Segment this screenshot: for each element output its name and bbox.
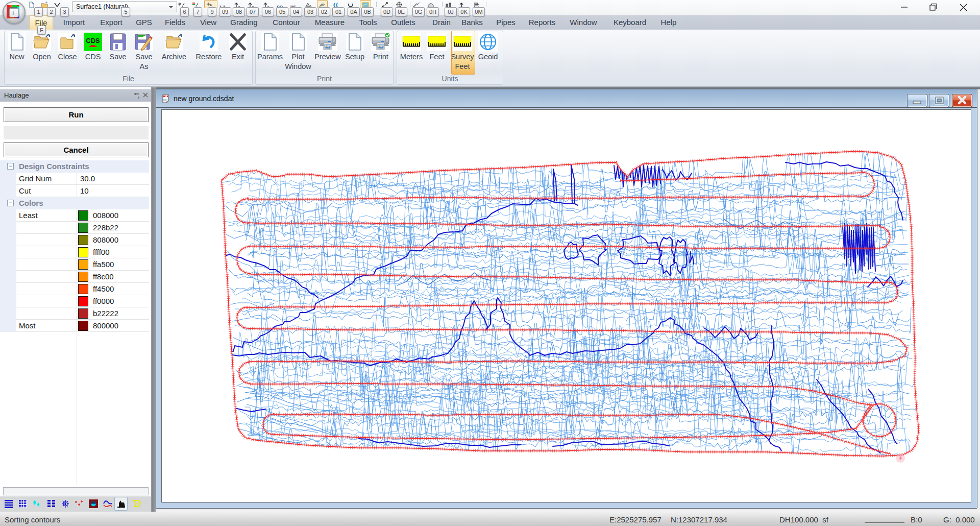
svg-text:CDS: CDS [86,37,100,44]
